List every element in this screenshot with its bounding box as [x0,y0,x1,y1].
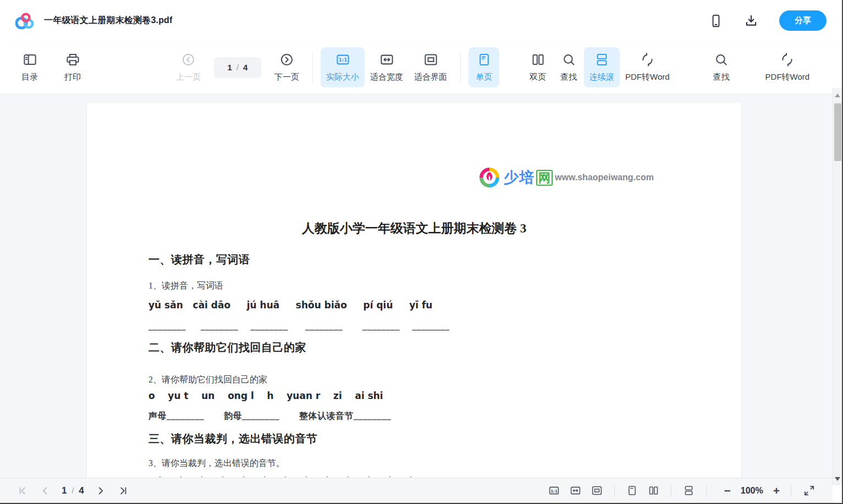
double-page-icon [531,52,546,67]
print-icon [65,52,80,67]
statusbar-divider [671,485,671,497]
section-3-item: 3、请你当裁判，选出错误的音节。 [148,458,285,469]
section-1-heading: 一、读拼音，写词语 [148,252,250,267]
pdf-to-word-button[interactable]: PDF转Word [620,47,675,87]
statusbar-divider [791,485,791,497]
find-button-right[interactable]: 查找 [706,47,737,87]
double-page-button[interactable]: 双页 [522,47,553,87]
toc-icon [23,52,37,67]
page-indicator-bottom: 1 / 4 [62,485,84,496]
baidu-netdisk-logo-icon [15,13,34,29]
fit-screen-icon [423,52,438,67]
next-page-button-bottom[interactable] [90,483,112,499]
scroll-up-arrow-icon[interactable] [835,93,840,97]
single-page-button-bottom[interactable] [621,483,643,499]
last-page-button[interactable] [112,483,134,499]
page-indicator[interactable]: 1 / 4 [214,57,261,78]
actual-size-button[interactable]: 1:1 实际大小 [321,47,365,87]
document-title: 人教版小学一年级语文上册期末检测卷 3 [87,220,741,237]
pdf-viewer[interactable]: 少培 网 www.shaopeiwang.com 人教版小学一年级语文上册期末检… [0,93,833,478]
continuous-scroll-button[interactable]: 连续滚 [584,47,620,87]
mobile-view-icon[interactable] [709,14,723,28]
brand-name: 少培 [504,168,535,187]
convert-arrows-icon [780,52,795,67]
single-page-button[interactable]: 单页 [469,47,499,87]
double-page-button-bottom[interactable] [643,483,664,499]
single-page-icon [477,52,492,67]
pdf-toolbar: 目录 打印 上一页 1 / 4 [0,41,842,93]
status-bar: 1 / 4 1:1 [0,478,833,503]
section-3-heading: 三、请你当裁判，选出错误的音节 [148,431,318,446]
svg-text:1:1: 1:1 [550,489,558,494]
fit-screen-button-bottom[interactable] [586,483,608,499]
toc-button[interactable]: 目录 [14,47,45,87]
find-button[interactable]: 查找 [553,47,584,87]
fit-screen-button[interactable]: 适合界面 [409,47,453,87]
brand-name-net: 网 [536,170,553,186]
shaopeiwang-brand: 少培 网 www.shaopeiwang.com [478,147,654,208]
top-bar: 一年级语文上册期末检测卷3.pdf 分享 [0,0,842,41]
zoom-out-button[interactable]: − [720,485,735,496]
svg-text:1:1: 1:1 [338,57,347,63]
section-2-item: 2、请你帮助它们找回自己的家 [148,374,267,386]
brand-url: www.shaopeiwang.com [555,173,654,182]
file-info: 一年级语文上册期末检测卷3.pdf [15,13,173,29]
scrollbar-thumb[interactable] [834,103,841,161]
total-pages: 4 [243,63,247,72]
toolbar-divider [312,52,313,84]
section-2-heading: 二、请你帮助它们找回自己的家 [148,340,306,355]
section-1-item: 1、读拼音，写词语 [148,280,223,292]
prev-page-button[interactable]: 上一页 [170,47,206,87]
section-2-blanks: 声母________ 韵母________ 整体认读音节________ [148,411,391,422]
zoom-in-button[interactable]: + [769,485,784,496]
fit-width-button[interactable]: 适合宽度 [365,47,409,87]
fit-width-icon [379,52,394,67]
section-1-blanks: ________ ________ ________ ________ ____… [148,322,450,331]
chevron-left-circle-icon [181,52,196,67]
fullscreen-button[interactable] [798,482,820,499]
pdf-page-1: 少培 网 www.shaopeiwang.com 人教版小学一年级语文上册期末检… [87,103,741,478]
search-icon [561,52,576,67]
section-1-pinyin: yǔ sǎn cài dāo jú huā shǒu biǎo pí qiú y… [148,300,432,311]
share-button[interactable]: 分享 [779,10,827,31]
download-icon[interactable] [744,14,758,28]
current-page: 1 [228,63,232,72]
scroll-down-arrow-icon[interactable] [835,477,840,481]
chevron-right-circle-icon [279,52,294,67]
shaopeiwang-logo-icon [478,147,500,208]
clipped-text-line [150,472,425,477]
vertical-scrollbar[interactable] [833,88,842,485]
toolbar-divider [460,52,461,84]
actual-size-button-bottom[interactable]: 1:1 [543,483,565,499]
print-button[interactable]: 打印 [57,47,88,87]
section-2-pinyin: o yu t un ong l h yuan r zi ai shi [148,390,383,401]
statusbar-divider [706,485,707,497]
continuous-scroll-button-bottom[interactable] [678,483,699,499]
continuous-scroll-icon [594,52,609,67]
convert-arrows-icon [640,52,655,67]
fit-width-button-bottom[interactable] [565,483,586,499]
first-page-button[interactable] [12,483,34,499]
prev-page-button-bottom[interactable] [34,483,56,499]
pdf-to-word-button-right[interactable]: PDF转Word [760,47,816,87]
zoom-level: 100% [741,486,763,496]
statusbar-divider [614,485,615,497]
search-icon [714,52,729,67]
next-page-button[interactable]: 下一页 [269,47,305,87]
file-title: 一年级语文上册期末检测卷3.pdf [44,15,173,26]
one-to-one-icon: 1:1 [335,52,350,67]
